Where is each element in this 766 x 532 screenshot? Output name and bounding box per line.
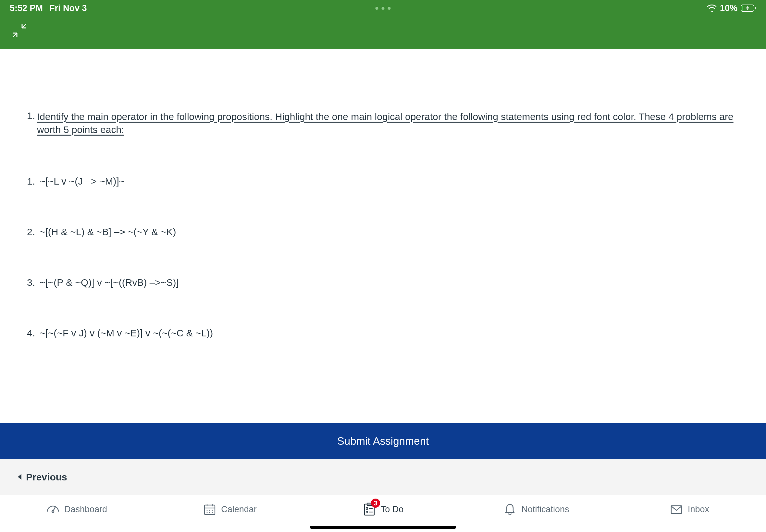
problem-expression: ~[~(~F v J) v (~M v ~E)] v ~(~(~C & ~L)) — [35, 328, 213, 339]
assignment-content[interactable]: 1. Identify the main operator in the fol… — [0, 49, 766, 423]
submit-label: Submit Assignment — [337, 435, 429, 447]
status-date: Fri Nov 3 — [49, 3, 87, 13]
problem-row: 4. ~[~(~F v J) v (~M v ~E)] v ~(~(~C & ~… — [22, 328, 743, 339]
dot-icon — [388, 7, 391, 10]
triangle-left-icon — [17, 472, 22, 483]
problem-number: 2. — [22, 226, 35, 237]
tab-label: Inbox — [688, 504, 709, 514]
status-bar: 5:52 PM Fri Nov 3 10% — [0, 0, 766, 16]
app-header: 5:52 PM Fri Nov 3 10% — [0, 0, 766, 49]
problem-expression: ~[(H & ~L) & ~B] –> ~(~Y & ~K) — [35, 226, 176, 237]
svg-point-10 — [212, 510, 213, 511]
wifi-icon — [707, 5, 717, 12]
previous-button[interactable]: Previous — [17, 472, 67, 483]
svg-rect-16 — [366, 508, 368, 509]
tab-label: Notifications — [521, 504, 569, 514]
problem-row: 2. ~[(H & ~L) & ~B] –> ~(~Y & ~K) — [22, 226, 743, 237]
previous-label: Previous — [26, 472, 67, 483]
tab-label: To Do — [381, 504, 404, 514]
tab-notifications[interactable]: Notifications — [460, 502, 613, 516]
svg-point-11 — [207, 512, 208, 513]
status-time: 5:52 PM — [10, 3, 43, 13]
instruction-text: Identify the main operator in the follow… — [37, 111, 734, 135]
problem-number: 4. — [22, 328, 35, 339]
tab-inbox[interactable]: Inbox — [613, 502, 766, 516]
svg-point-9 — [209, 510, 210, 511]
submit-assignment-button[interactable]: Submit Assignment — [0, 423, 766, 459]
problem-row: 3. ~[~(P & ~Q)] v ~[~((RvB) –>~S)] — [22, 277, 743, 288]
todo-badge: 3 — [371, 499, 380, 508]
svg-point-8 — [207, 510, 208, 511]
problem-number: 3. — [22, 277, 35, 288]
tab-label: Dashboard — [64, 504, 107, 514]
battery-charging-icon — [741, 4, 756, 12]
problem-row: 1. ~[~L v ~(J –> ~M)]~ — [22, 176, 743, 187]
svg-point-13 — [212, 512, 213, 513]
pagination-bar: Previous — [0, 459, 766, 495]
dashboard-icon — [46, 502, 60, 516]
problem-number: 1. — [22, 176, 35, 187]
more-indicator[interactable] — [375, 7, 391, 10]
problem-expression: ~[~L v ~(J –> ~M)]~ — [35, 176, 125, 187]
dot-icon — [382, 7, 385, 10]
tab-dashboard[interactable]: Dashboard — [0, 502, 153, 516]
tab-label: Calendar — [221, 504, 257, 514]
tab-calendar[interactable]: Calendar — [153, 502, 306, 516]
svg-rect-18 — [366, 511, 368, 513]
instruction-number: 1. — [22, 110, 35, 121]
dot-icon — [375, 7, 378, 10]
calendar-icon — [203, 502, 216, 516]
tab-todo[interactable]: 3 To Do — [306, 502, 460, 516]
collapse-fullscreen-icon[interactable] — [12, 23, 27, 39]
tab-bar: Dashboard Calendar 3 To Do Notifications… — [0, 495, 766, 532]
bell-icon — [503, 502, 517, 516]
svg-rect-1 — [742, 6, 743, 11]
svg-point-12 — [209, 512, 210, 513]
battery-percent: 10% — [720, 3, 737, 13]
envelope-icon — [670, 502, 683, 516]
svg-rect-2 — [755, 7, 756, 9]
problem-expression: ~[~(P & ~Q)] v ~[~((RvB) –>~S)] — [35, 277, 179, 288]
home-indicator[interactable] — [310, 526, 456, 529]
instruction: 1. Identify the main operator in the fol… — [22, 110, 743, 136]
